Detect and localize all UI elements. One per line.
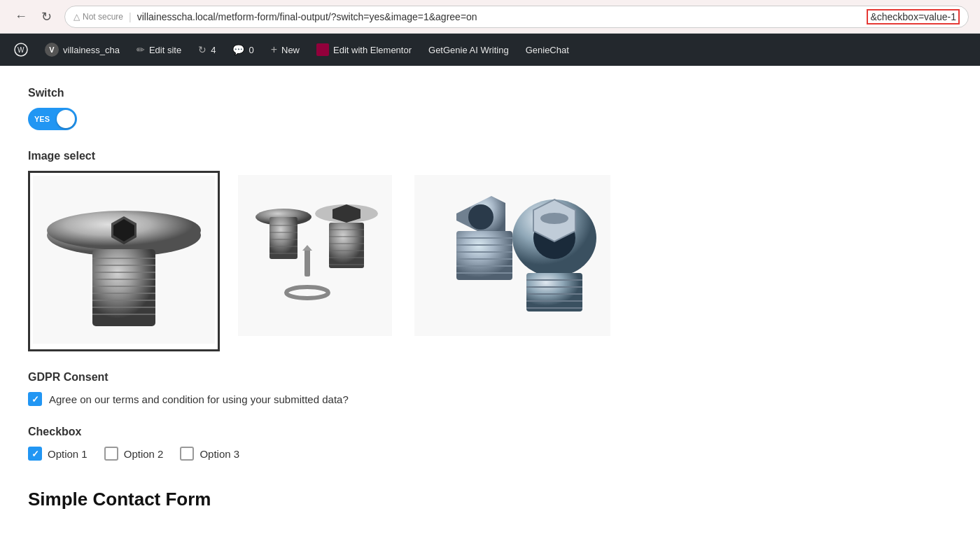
edit-elementor-item[interactable]: Edit with Elementor bbox=[308, 34, 420, 66]
svg-point-52 bbox=[540, 213, 568, 224]
edit-elementor-label: Edit with Elementor bbox=[333, 45, 412, 55]
new-label: New bbox=[281, 45, 300, 55]
geniechat-item[interactable]: GenieChat bbox=[517, 34, 578, 66]
updates-count: 4 bbox=[211, 45, 216, 55]
updates-icon: ↻ bbox=[198, 44, 206, 55]
checkbox-option-3-label: Option 3 bbox=[200, 448, 239, 460]
site-name-item[interactable]: V villainess_cha bbox=[36, 34, 128, 66]
image-item-2[interactable] bbox=[234, 171, 396, 343]
checkbox-section-label: Checkbox bbox=[28, 426, 952, 438]
getgenie-item[interactable]: GetGenie AI Writing bbox=[420, 34, 517, 66]
edit-site-icon: ✏ bbox=[136, 44, 145, 55]
contact-form-title: Simple Contact Form bbox=[28, 489, 952, 510]
svg-rect-17 bbox=[238, 175, 392, 336]
svg-rect-19 bbox=[270, 217, 298, 259]
checkbox-option-1-label: Option 1 bbox=[48, 448, 88, 460]
gdpr-section: GDPR Consent Agree on our terms and cond… bbox=[28, 371, 952, 406]
checkbox-option-2: Option 2 bbox=[104, 447, 164, 461]
checkbox-section: Checkbox Option 1 Option 2 Option 3 bbox=[28, 426, 952, 461]
site-avatar: V bbox=[45, 43, 59, 57]
checkbox-options: Option 1 Option 2 Option 3 bbox=[28, 447, 952, 461]
geniechat-label: GenieChat bbox=[526, 45, 569, 55]
checkbox-option-3: Option 3 bbox=[180, 447, 239, 461]
gdpr-checkbox[interactable] bbox=[28, 392, 42, 406]
switch-container: YES bbox=[28, 108, 952, 130]
switch-section-label: Switch bbox=[28, 87, 952, 99]
new-plus-icon: + bbox=[271, 43, 277, 56]
svg-point-37 bbox=[298, 290, 317, 295]
nav-buttons: ← ↻ bbox=[11, 7, 56, 27]
url-main: villainesscha.local/metform-form/final-o… bbox=[137, 11, 862, 22]
url-separator: | bbox=[129, 11, 132, 22]
url-bar[interactable]: △ Not secure | villainesscha.local/metfo… bbox=[64, 6, 969, 28]
new-item[interactable]: + New bbox=[262, 34, 308, 66]
gdpr-label: GDPR Consent bbox=[28, 371, 952, 384]
image-item-3[interactable] bbox=[410, 171, 615, 343]
svg-rect-53 bbox=[526, 273, 582, 312]
svg-point-41 bbox=[468, 204, 493, 230]
wp-admin-bar: W V villainess_cha ✏ Edit site ↻ 4 💬 0 +… bbox=[0, 34, 980, 66]
back-button[interactable]: ← bbox=[11, 7, 31, 27]
bolt-image-3 bbox=[414, 175, 610, 336]
toggle-label: YES bbox=[34, 115, 50, 123]
gdpr-checkbox-row: Agree on our terms and condition for usi… bbox=[28, 392, 952, 406]
image-select-section: Image select bbox=[28, 150, 952, 351]
svg-rect-34 bbox=[304, 248, 310, 276]
svg-text:W: W bbox=[18, 46, 24, 54]
bolt-image-1 bbox=[33, 176, 215, 344]
edit-site-item[interactable]: ✏ Edit site bbox=[128, 34, 190, 66]
image-select-label: Image select bbox=[28, 150, 952, 162]
checkbox-3[interactable] bbox=[180, 447, 194, 461]
edit-site-label: Edit site bbox=[149, 45, 181, 55]
reload-button[interactable]: ↻ bbox=[36, 7, 56, 27]
checkbox-option-1: Option 1 bbox=[28, 447, 88, 461]
address-bar: ← ↻ △ Not secure | villainesscha.local/m… bbox=[0, 0, 980, 34]
comments-count: 0 bbox=[248, 45, 253, 55]
wp-logo-item[interactable]: W bbox=[6, 34, 36, 66]
toggle-knob bbox=[57, 110, 75, 128]
main-content: Switch YES Image select bbox=[0, 66, 980, 531]
url-highlight: &checkbox=value-1 bbox=[867, 9, 960, 24]
checkbox-2[interactable] bbox=[104, 447, 118, 461]
getgenie-label: GetGenie AI Writing bbox=[428, 45, 509, 55]
elementor-icon bbox=[316, 43, 329, 56]
not-secure-label: Not secure bbox=[83, 12, 123, 22]
image-item-1[interactable] bbox=[28, 171, 220, 351]
updates-item[interactable]: ↻ 4 bbox=[190, 34, 224, 66]
image-grid bbox=[28, 171, 952, 351]
toggle-switch[interactable]: YES bbox=[28, 108, 77, 130]
site-name-label: villainess_cha bbox=[63, 45, 120, 55]
comments-icon: 💬 bbox=[232, 44, 244, 55]
wordpress-icon: W bbox=[14, 43, 28, 57]
gdpr-checkbox-text: Agree on our terms and condition for usi… bbox=[49, 393, 349, 405]
comments-item[interactable]: 💬 0 bbox=[224, 34, 262, 66]
checkbox-option-2-label: Option 2 bbox=[124, 448, 164, 460]
checkbox-1[interactable] bbox=[28, 447, 42, 461]
bolt-image-2 bbox=[238, 175, 392, 336]
security-icon: △ Not secure bbox=[74, 12, 123, 22]
